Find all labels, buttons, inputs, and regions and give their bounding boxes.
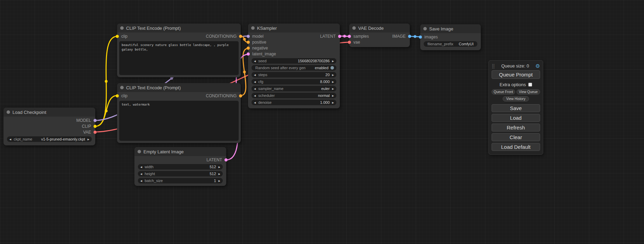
decrement-icon[interactable]: ◀: [254, 88, 256, 90]
widget-height[interactable]: ◀ height 512 ▶: [138, 171, 223, 177]
input-port-latent-image[interactable]: [247, 52, 250, 55]
node-title-bar[interactable]: Save Image: [420, 24, 481, 33]
output-port-conditioning[interactable]: [239, 94, 242, 97]
increment-icon[interactable]: ▶: [219, 173, 220, 175]
node-empty-latent-image[interactable]: Empty Latent Image LATENT ◀ width 512 ▶ …: [134, 147, 226, 186]
widget-random-seed-toggle[interactable]: Random seed after every gen enabled: [252, 65, 336, 71]
increment-icon[interactable]: ▶: [219, 166, 220, 168]
clear-button[interactable]: Clear: [492, 133, 540, 141]
wire-midpoint-dot: [343, 35, 346, 38]
collapse-dot[interactable]: [138, 150, 141, 153]
toggle-dot-icon[interactable]: [330, 66, 334, 70]
increment-icon[interactable]: ▶: [332, 81, 334, 83]
node-clip-text-encode-positive[interactable]: CLIP Text Encode (Prompt) clip CONDITION…: [117, 24, 241, 77]
collapse-dot[interactable]: [423, 27, 427, 30]
view-history-button[interactable]: View History: [503, 96, 529, 101]
input-port-images[interactable]: [419, 35, 422, 38]
node-clip-text-encode-negative[interactable]: CLIP Text Encode (Prompt) clip CONDITION…: [117, 83, 241, 143]
node-title-bar[interactable]: Empty Latent Image: [134, 147, 226, 156]
increment-icon[interactable]: ▶: [88, 138, 89, 141]
decrement-icon[interactable]: ◀: [9, 138, 11, 141]
node-load-checkpoint[interactable]: Load Checkpoint MODEL CLIP VAE ◀ ckpt_na…: [3, 108, 95, 145]
increment-icon[interactable]: ▶: [332, 94, 334, 97]
decrement-icon[interactable]: ◀: [254, 74, 256, 76]
widget-width[interactable]: ◀ width 512 ▶: [138, 164, 223, 170]
collapse-dot[interactable]: [120, 26, 124, 30]
queue-panel[interactable]: ⣿ Queue size: 0 ⚙ Queue Prompt Extra opt…: [488, 60, 543, 155]
widget-filename-prefix[interactable]: filename_prefix ComfyUI: [424, 41, 477, 47]
output-port-image[interactable]: [408, 35, 411, 38]
output-port-latent[interactable]: [338, 35, 341, 38]
node-vae-decode[interactable]: VAE Decode samples IMAGE vae: [349, 24, 410, 47]
input-port-samples[interactable]: [348, 35, 351, 38]
input-port-clip[interactable]: [116, 94, 119, 97]
widget-seed[interactable]: ◀ seed 156680208700286 ▶: [252, 58, 336, 64]
output-slot-label: VAE: [83, 130, 91, 135]
load-default-button[interactable]: Load Default: [492, 143, 540, 151]
widget-value: 20: [325, 73, 329, 77]
increment-icon[interactable]: ▶: [219, 180, 220, 182]
input-port-clip[interactable]: [116, 35, 119, 38]
increment-icon[interactable]: ▶: [332, 74, 334, 76]
widget-batch-size[interactable]: ◀ batch_size 1 ▶: [138, 178, 223, 183]
widget-denoise[interactable]: ◀ denoise 1.000 ▶: [252, 100, 336, 105]
collapse-dot[interactable]: [251, 26, 255, 30]
node-save-image[interactable]: Save Image images filename_prefix ComfyU…: [420, 24, 481, 50]
input-slot-row: negative: [248, 45, 340, 51]
decrement-icon[interactable]: ◀: [254, 60, 256, 62]
output-port-clip[interactable]: [94, 125, 97, 128]
decrement-icon[interactable]: ◀: [254, 81, 256, 83]
output-port-model[interactable]: [94, 119, 97, 122]
widget-scheduler[interactable]: ◀ scheduler normal ▶: [252, 93, 336, 98]
collapse-dot[interactable]: [7, 110, 10, 114]
increment-icon[interactable]: ▶: [332, 60, 334, 62]
decrement-icon[interactable]: ◀: [254, 101, 256, 104]
queue-front-button[interactable]: Queue Front: [492, 89, 515, 94]
view-queue-button[interactable]: View Queue: [517, 89, 540, 94]
decrement-icon[interactable]: ◀: [140, 173, 142, 175]
extra-options-checkbox[interactable]: [528, 83, 532, 87]
input-slot-label: samples: [353, 34, 369, 39]
input-port-positive[interactable]: [247, 40, 250, 44]
drag-handle-icon[interactable]: ⣿: [492, 63, 495, 69]
decrement-icon[interactable]: ◀: [140, 166, 142, 168]
input-port-model[interactable]: [247, 35, 250, 38]
node-title-bar[interactable]: KSampler: [248, 24, 340, 33]
output-port-vae[interactable]: [94, 130, 97, 134]
node-ksampler[interactable]: KSampler model LATENT positive negative …: [248, 24, 340, 108]
collapse-dot[interactable]: [120, 86, 124, 89]
node-graph-canvas[interactable]: Load Checkpoint MODEL CLIP VAE ◀ ckpt_na…: [0, 0, 644, 244]
widget-ckpt-name[interactable]: ◀ ckpt_name v1-5-pruned-emaonly.ckpt ▶: [7, 136, 92, 142]
widget-label: filename_prefix: [427, 42, 453, 46]
prompt-textarea[interactable]: beautiful scenery nature glass bottle la…: [119, 41, 239, 75]
widget-value: v1-5-pruned-emaonly.ckpt: [41, 137, 85, 141]
load-button[interactable]: Load: [492, 114, 540, 122]
node-title-bar[interactable]: CLIP Text Encode (Prompt): [117, 24, 241, 33]
widget-cfg[interactable]: ◀ cfg 8.000 ▶: [252, 79, 336, 84]
output-port-conditioning[interactable]: [239, 35, 242, 38]
output-slot-label: IMAGE: [392, 34, 406, 39]
decrement-icon[interactable]: ◀: [140, 180, 142, 182]
refresh-button[interactable]: Refresh: [492, 124, 540, 132]
increment-icon[interactable]: ▶: [332, 88, 334, 90]
node-title: CLIP Text Encode (Prompt): [126, 26, 181, 31]
node-title-bar[interactable]: VAE Decode: [349, 24, 410, 33]
increment-icon[interactable]: ▶: [332, 101, 334, 104]
save-button[interactable]: Save: [492, 104, 540, 112]
input-port-negative[interactable]: [247, 46, 250, 49]
collapse-dot[interactable]: [352, 26, 356, 30]
widget-steps[interactable]: ◀ steps 20 ▶: [252, 72, 336, 78]
output-port-latent[interactable]: [224, 158, 228, 161]
settings-gear-icon[interactable]: ⚙: [536, 63, 540, 69]
node-title-bar[interactable]: CLIP Text Encode (Prompt): [117, 83, 241, 92]
queue-prompt-button[interactable]: Queue Prompt: [492, 70, 540, 79]
wire-midpoint-dot: [105, 80, 108, 83]
input-slot-label: vae: [353, 40, 360, 45]
queue-small-buttons-row: Queue Front View Queue: [492, 89, 540, 94]
widget-sampler-name[interactable]: ◀ sampler_name euler ▶: [252, 86, 336, 91]
decrement-icon[interactable]: ◀: [254, 94, 256, 97]
input-slot-label: model: [252, 34, 264, 39]
input-port-vae[interactable]: [348, 40, 351, 44]
node-title-bar[interactable]: Load Checkpoint: [3, 108, 95, 117]
prompt-textarea[interactable]: text, watermark: [119, 101, 239, 141]
